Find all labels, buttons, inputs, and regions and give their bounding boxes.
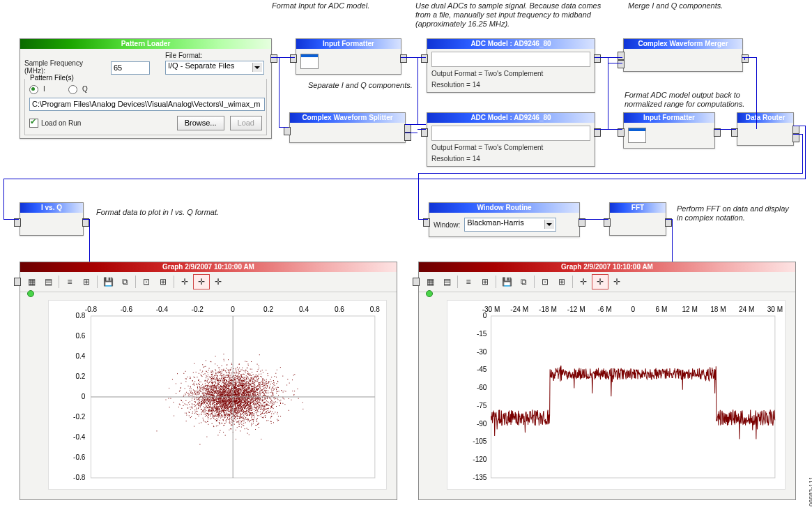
tool-pan-icon[interactable]: ✛	[608, 274, 625, 289]
svg-rect-299	[207, 380, 208, 381]
port-out[interactable]	[594, 54, 601, 63]
svg-rect-2451	[217, 416, 218, 416]
file-format-select[interactable]: I/Q - Separate Files	[165, 61, 264, 75]
svg-rect-1696	[223, 412, 224, 413]
port-out[interactable]	[270, 54, 277, 63]
svg-rect-3457	[227, 401, 227, 402]
port-in[interactable]	[290, 54, 297, 63]
window-routine: Window Routine Window: Blackman-Harris	[429, 202, 580, 237]
tool-list-icon[interactable]: ≡	[460, 274, 477, 289]
tool-crosshair-icon[interactable]: ✛	[176, 274, 193, 289]
svg-rect-3581	[235, 379, 236, 380]
svg-rect-2083	[201, 401, 201, 402]
svg-rect-3326	[245, 411, 246, 412]
svg-rect-3104	[247, 401, 248, 402]
tool-grid-icon[interactable]: ▤	[40, 274, 56, 289]
svg-rect-1750	[241, 383, 242, 384]
tool-list-icon[interactable]: ≡	[61, 274, 78, 289]
svg-rect-1411	[273, 390, 274, 391]
svg-rect-1897	[179, 391, 180, 392]
svg-rect-3116	[224, 404, 224, 405]
tool-tree-icon[interactable]: ⊞	[78, 274, 95, 289]
svg-rect-3817	[221, 408, 222, 409]
load-on-run-checkbox[interactable]	[29, 119, 38, 128]
svg-rect-3878	[208, 415, 209, 416]
tool-tree-icon[interactable]: ⊞	[477, 274, 493, 289]
svg-rect-3832	[187, 377, 188, 377]
svg-rect-3245	[233, 386, 234, 387]
radio-i[interactable]	[29, 85, 38, 94]
port-in-1[interactable]	[618, 52, 625, 60]
window-select[interactable]: Blackman-Harris	[464, 218, 556, 232]
svg-rect-3559	[222, 387, 223, 388]
port-out-1[interactable]	[404, 124, 411, 133]
port-in[interactable]	[284, 127, 291, 135]
port-in-2[interactable]	[618, 60, 625, 68]
port-out-2[interactable]	[792, 134, 799, 142]
tool-marker-icon[interactable]: ✛	[592, 274, 608, 289]
port-out[interactable]	[400, 54, 407, 63]
tool-cursor-icon[interactable]: ▦	[422, 274, 438, 289]
svg-rect-2749	[215, 407, 215, 408]
svg-rect-3942	[207, 414, 208, 414]
svg-rect-3532	[243, 418, 244, 419]
tool-fit-icon[interactable]: ⊞	[553, 274, 570, 289]
svg-rect-2060	[259, 389, 259, 390]
svg-rect-3599	[217, 393, 217, 394]
window-icon[interactable]	[628, 128, 646, 143]
svg-rect-3699	[219, 404, 220, 405]
svg-rect-2226	[208, 424, 208, 425]
svg-rect-1813	[195, 391, 196, 391]
port-in[interactable]	[14, 278, 21, 286]
tool-cursor-icon[interactable]: ▦	[23, 274, 40, 289]
svg-rect-1967	[210, 414, 210, 415]
load-button[interactable]: Load	[230, 116, 262, 130]
tool-fit-icon[interactable]: ⊞	[155, 274, 171, 289]
wire	[793, 134, 803, 135]
tool-save-icon[interactable]: 💾	[498, 274, 515, 289]
svg-rect-2385	[211, 376, 212, 377]
tool-grid-icon[interactable]: ▤	[438, 274, 455, 289]
port-out[interactable]	[742, 54, 749, 63]
svg-rect-1997	[272, 412, 273, 412]
port-out-2[interactable]	[404, 133, 411, 141]
svg-rect-3995	[213, 396, 214, 397]
tool-marker-icon[interactable]: ✛	[193, 274, 210, 289]
svg-rect-3253	[210, 372, 211, 373]
tool-pan-icon[interactable]: ✛	[210, 274, 227, 289]
port-out-1[interactable]	[792, 126, 799, 134]
svg-rect-2765	[230, 405, 231, 405]
svg-rect-3763	[196, 414, 197, 414]
svg-rect-3057	[277, 421, 278, 421]
pattern-file-path[interactable]: C:\Program Files\Analog Devices\VisualAn…	[29, 98, 265, 111]
svg-rect-1529	[252, 410, 252, 411]
svg-rect-2593	[227, 396, 228, 397]
svg-rect-114	[225, 393, 226, 393]
svg-rect-3344	[218, 403, 219, 404]
svg-rect-3485	[220, 386, 221, 386]
svg-rect-1851	[248, 407, 249, 407]
svg-rect-3990	[241, 406, 242, 407]
svg-rect-1773	[216, 386, 217, 386]
radio-q[interactable]	[68, 85, 77, 94]
sample-freq-input[interactable]: 65	[111, 61, 150, 75]
tool-zoom-icon[interactable]: ⊡	[537, 274, 553, 289]
complex-waveform-splitter: Complex Waveform Splitter	[289, 112, 406, 143]
svg-rect-3610	[216, 378, 217, 379]
tool-crosshair-icon[interactable]: ✛	[575, 274, 592, 289]
port-in[interactable]	[413, 278, 420, 286]
svg-rect-1510	[271, 396, 272, 397]
window-icon[interactable]	[300, 54, 319, 69]
tool-copy-icon[interactable]: ⧉	[515, 274, 532, 289]
svg-rect-1480	[201, 409, 201, 409]
svg-rect-3387	[233, 382, 234, 383]
wire	[608, 63, 622, 63]
svg-rect-634	[253, 395, 254, 396]
tool-save-icon[interactable]: 💾	[100, 274, 116, 289]
svg-rect-2742	[236, 372, 236, 373]
browse-button[interactable]: Browse...	[177, 116, 224, 130]
tool-zoom-icon[interactable]: ⊡	[138, 274, 155, 289]
tool-copy-icon[interactable]: ⧉	[116, 274, 133, 289]
port-in[interactable]	[421, 54, 428, 63]
svg-rect-2820	[273, 392, 273, 393]
